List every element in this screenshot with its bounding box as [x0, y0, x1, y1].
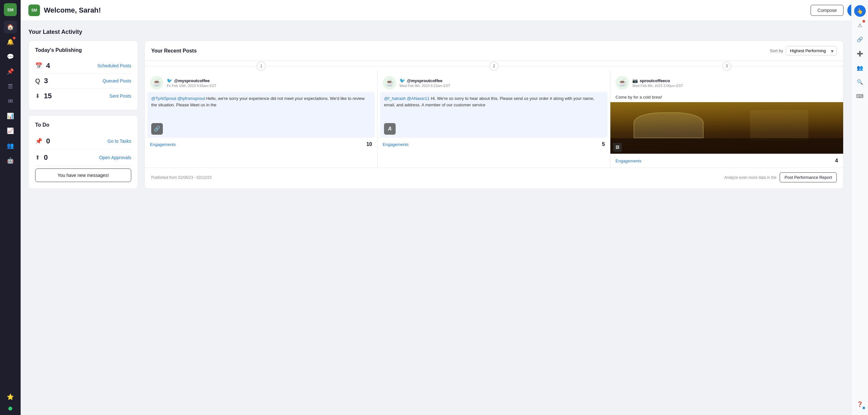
post-1-engagement-count: 10	[366, 141, 372, 147]
sidebar-item-publishing[interactable]: 📌	[4, 65, 17, 78]
post-2-handle: @mysproutcoffee	[407, 78, 442, 83]
post-1-content: @TyAtSprout @tyfromsprout Hello, we're s…	[147, 92, 375, 137]
sidebar-item-people[interactable]: 👥	[4, 139, 17, 152]
tasks-count: 0	[46, 137, 50, 145]
sort-label: Sort by	[770, 48, 783, 53]
sidebar-item-analytics[interactable]: 📊	[4, 109, 17, 122]
scheduled-posts-link[interactable]: Scheduled Posts	[97, 63, 131, 68]
approvals-icon: ⬆	[35, 154, 40, 161]
post-3-image-inner	[610, 102, 843, 154]
sent-posts-link[interactable]: Sent Posts	[109, 93, 131, 99]
post-1-date: Fri Feb 10th, 2023 9:56am EST	[167, 84, 372, 88]
sidebar-item-send[interactable]: ✉	[4, 95, 17, 107]
left-panel: Today's Publishing 📅 4 Scheduled Posts Q…	[28, 41, 138, 189]
sidebar: SM 🏠 🔔 💬 📌 ☰ ✉ 📊 📈 👥 🤖 ⭐	[0, 0, 21, 415]
post-3-engagement-count: 4	[835, 158, 838, 164]
post-3-avatar: ☕	[616, 76, 629, 90]
post-2-a-overlay: A	[384, 123, 396, 135]
right-icon-people[interactable]: 👥	[854, 62, 866, 73]
open-approvals-link[interactable]: Open Approvals	[99, 155, 131, 160]
approvals-count: 0	[44, 153, 48, 162]
post-1-platform-icon: 🐦	[167, 78, 172, 83]
post-1-header: ☕ 🐦 @mysproutcoffee Fri Feb 10th, 2023 9…	[145, 71, 377, 92]
tasks-left: 📌 0	[35, 137, 50, 145]
post-1-engagements: Engagements 10	[145, 137, 377, 151]
post-1-mention2: @tyfromsprout	[177, 96, 205, 101]
post-1-mention1: @TyAtSprout	[151, 96, 176, 101]
sidebar-item-reports[interactable]: 📈	[4, 124, 17, 137]
post-2-mention1: @f_hatrash	[384, 96, 406, 101]
post-2-date: Wed Feb 8th, 2023 6:22am EST	[400, 84, 605, 88]
notification-dot	[13, 37, 16, 39]
sort-dropdown-wrapper[interactable]: Highest Performing Most Recent Lowest Pe…	[786, 46, 837, 56]
post-2-mention2: @ANassr11	[407, 96, 430, 101]
approvals-row: ⬆ 0 Open Approvals	[35, 150, 131, 166]
recent-posts-card: Your Recent Posts Sort by Highest Perfor…	[145, 41, 843, 189]
new-messages-button[interactable]: You have new messages!	[35, 168, 131, 182]
alert-dot	[863, 20, 865, 23]
posts-footer: Published from 02/06/23 - 02/12/23 Analy…	[145, 167, 843, 187]
queued-posts-row: Q 3 Queued Posts	[35, 73, 131, 89]
published-range: Published from 02/06/23 - 02/12/23	[151, 175, 212, 180]
post-performance-report-button[interactable]: Post Performance Report	[780, 172, 837, 182]
post-3-engagement-label: Engagements	[616, 159, 641, 163]
sidebar-item-notifications[interactable]: 🔔	[4, 35, 17, 48]
sidebar-status-dot	[8, 407, 12, 411]
post-3-image-icon: 🖼	[613, 143, 622, 152]
header: SM Welcome, Sarah! Compose ✏	[21, 0, 868, 21]
sent-left: ⬇ 15	[35, 92, 52, 100]
posts-grid: ☕ 🐦 @mysproutcoffee Fri Feb 10th, 2023 9…	[145, 71, 843, 167]
post-col-3: ☕ 📷 sproutcoffeeco Wed Feb 8th, 2023 2:0…	[610, 71, 843, 167]
queue-icon: Q	[35, 77, 40, 85]
todo-card: To Do 📌 0 Go to Tasks ⬆ 0	[28, 115, 138, 189]
right-icon-search[interactable]: 🔍	[854, 76, 866, 88]
post-2-meta: 🐦 @mysproutcoffee Wed Feb 8th, 2023 6:22…	[400, 78, 605, 88]
tasks-row: 📌 0 Go to Tasks	[35, 133, 131, 150]
sort-dropdown[interactable]: Highest Performing Most Recent Lowest Pe…	[786, 46, 837, 56]
post-2-header: ☕ 🐦 @mysproutcoffee Wed Feb 8th, 2023 6:…	[378, 71, 610, 92]
sidebar-item-star[interactable]: ⭐	[4, 390, 17, 404]
sidebar-item-home[interactable]: 🏠	[4, 21, 17, 33]
post-3-platform-icon: 📷	[632, 78, 638, 83]
post-2-platform-icon: 🐦	[400, 78, 405, 83]
approvals-left: ⬆ 0	[35, 153, 48, 162]
right-icon-alert[interactable]: ⚠	[854, 19, 866, 31]
post-3-account: 📷 sproutcoffeeco	[632, 78, 838, 83]
post-1-handle: @mysproutcoffee	[174, 78, 210, 83]
sort-area: Sort by Highest Performing Most Recent L…	[770, 46, 837, 56]
sidebar-item-messages[interactable]: 💬	[4, 50, 17, 63]
report-area: Analyze even more data in the Post Perfo…	[724, 172, 837, 182]
analyze-text: Analyze even more data in the	[724, 175, 776, 180]
main-area: SM Welcome, Sarah! Compose ✏ Your Latest…	[21, 0, 868, 415]
post-numbers-row: 1 2 3	[145, 62, 843, 70]
calendar-icon: 📅	[35, 62, 42, 69]
post-2-engagements: Engagements 5	[378, 137, 610, 151]
sidebar-item-bot[interactable]: 🤖	[4, 154, 17, 167]
sidebar-item-tasks[interactable]: ☰	[4, 80, 17, 93]
go-to-tasks-link[interactable]: Go to Tasks	[107, 138, 131, 144]
post-3-handle: sproutcoffeeco	[640, 78, 670, 83]
post-2-avatar: ☕	[383, 76, 396, 90]
sent-icon: ⬇	[35, 93, 40, 100]
post-3-image: 🖼	[610, 102, 843, 154]
right-icon-cursor[interactable]: 👆	[854, 5, 866, 17]
post-2-content: @f_hatrash @ANassr11 Hi. We're so sorry …	[380, 92, 608, 137]
compose-button[interactable]: Compose	[811, 5, 843, 16]
post-2-engagement-count: 5	[602, 141, 605, 147]
right-icon-connect[interactable]: 🔗	[854, 33, 866, 45]
todays-publishing-title: Today's Publishing	[35, 47, 131, 53]
todays-publishing-card: Today's Publishing 📅 4 Scheduled Posts Q…	[28, 41, 138, 110]
post-col-2: ☕ 🐦 @mysproutcoffee Wed Feb 8th, 2023 6:…	[378, 71, 610, 167]
post-1-engagement-label: Engagements	[150, 142, 176, 147]
post-1-account: 🐦 @mysproutcoffee	[167, 78, 372, 83]
right-icon-help[interactable]: ❓	[854, 398, 866, 410]
post-3-meta: 📷 sproutcoffeeco Wed Feb 8th, 2023 2:06p…	[632, 78, 838, 88]
right-side-panel: 👆 ⚠ 🔗 ➕ 👥 🔍 ⌨ ❓	[851, 0, 868, 415]
right-icon-keyboard[interactable]: ⌨	[854, 90, 866, 102]
queued-posts-link[interactable]: Queued Posts	[102, 78, 131, 84]
queued-count: 3	[44, 77, 48, 85]
help-dot	[863, 407, 865, 409]
post-number-1: 1	[257, 62, 266, 70]
right-icon-add[interactable]: ➕	[854, 48, 866, 59]
scheduled-left: 📅 4	[35, 62, 50, 70]
